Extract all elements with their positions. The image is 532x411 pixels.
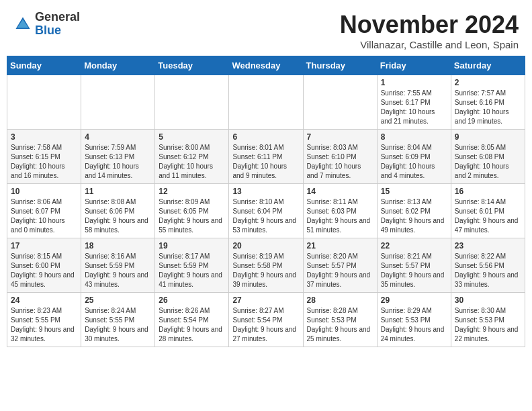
day-info: Sunrise: 8:13 AM Sunset: 6:02 PM Dayligh… — [381, 197, 447, 235]
calendar-cell: 13Sunrise: 8:10 AM Sunset: 6:04 PM Dayli… — [229, 184, 303, 238]
logo-blue: Blue — [35, 24, 61, 37]
calendar-cell: 30Sunrise: 8:30 AM Sunset: 5:53 PM Dayli… — [451, 293, 525, 347]
day-number: 4 — [85, 132, 151, 142]
day-number: 24 — [11, 295, 77, 305]
calendar-cell: 15Sunrise: 8:13 AM Sunset: 6:02 PM Dayli… — [377, 184, 451, 238]
day-number: 16 — [455, 187, 521, 196]
day-info: Sunrise: 8:24 AM Sunset: 5:55 PM Dayligh… — [85, 306, 151, 344]
calendar-cell: 19Sunrise: 8:17 AM Sunset: 5:59 PM Dayli… — [155, 238, 229, 293]
calendar-table: Sunday Monday Tuesday Wednesday Thursday… — [7, 56, 525, 347]
header-row: Sunday Monday Tuesday Wednesday Thursday… — [7, 56, 525, 75]
month-title: November 2024 — [340, 11, 519, 39]
day-info: Sunrise: 8:04 AM Sunset: 6:09 PM Dayligh… — [381, 143, 447, 181]
day-info: Sunrise: 8:10 AM Sunset: 6:04 PM Dayligh… — [232, 197, 299, 235]
day-number: 17 — [11, 241, 77, 250]
calendar-cell — [81, 75, 155, 130]
calendar-cell: 12Sunrise: 8:09 AM Sunset: 6:05 PM Dayli… — [155, 184, 229, 238]
calendar-week-3: 10Sunrise: 8:06 AM Sunset: 6:07 PM Dayli… — [7, 184, 525, 238]
day-info: Sunrise: 8:22 AM Sunset: 5:56 PM Dayligh… — [455, 252, 521, 289]
calendar-cell: 28Sunrise: 8:28 AM Sunset: 5:53 PM Dayli… — [303, 293, 377, 347]
calendar-cell: 18Sunrise: 8:16 AM Sunset: 5:59 PM Dayli… — [81, 238, 155, 293]
calendar-cell: 4Sunrise: 7:59 AM Sunset: 6:13 PM Daylig… — [81, 130, 155, 184]
day-number: 1 — [381, 78, 447, 87]
day-info: Sunrise: 8:14 AM Sunset: 6:01 PM Dayligh… — [455, 197, 521, 235]
col-thursday: Thursday — [303, 56, 377, 75]
day-number: 26 — [159, 295, 225, 305]
day-number: 21 — [307, 241, 373, 250]
day-info: Sunrise: 8:01 AM Sunset: 6:11 PM Dayligh… — [232, 143, 299, 181]
calendar-cell — [229, 75, 303, 130]
calendar-week-4: 17Sunrise: 8:15 AM Sunset: 6:00 PM Dayli… — [7, 238, 525, 293]
calendar-cell: 7Sunrise: 8:03 AM Sunset: 6:10 PM Daylig… — [303, 130, 377, 184]
day-info: Sunrise: 8:06 AM Sunset: 6:07 PM Dayligh… — [11, 197, 77, 235]
day-info: Sunrise: 8:05 AM Sunset: 6:08 PM Dayligh… — [455, 143, 521, 181]
day-number: 19 — [159, 241, 225, 250]
day-number: 13 — [232, 187, 299, 196]
day-info: Sunrise: 8:28 AM Sunset: 5:53 PM Dayligh… — [307, 306, 373, 344]
calendar-cell: 20Sunrise: 8:19 AM Sunset: 5:58 PM Dayli… — [229, 238, 303, 293]
day-number: 14 — [307, 187, 373, 196]
day-number: 6 — [232, 132, 299, 142]
col-tuesday: Tuesday — [155, 56, 229, 75]
day-info: Sunrise: 8:21 AM Sunset: 5:57 PM Dayligh… — [381, 252, 447, 289]
calendar-week-5: 24Sunrise: 8:23 AM Sunset: 5:55 PM Dayli… — [7, 293, 525, 347]
calendar-cell — [155, 75, 229, 130]
day-info: Sunrise: 8:00 AM Sunset: 6:12 PM Dayligh… — [159, 143, 225, 181]
calendar-cell: 8Sunrise: 8:04 AM Sunset: 6:09 PM Daylig… — [377, 130, 451, 184]
calendar-cell: 1Sunrise: 7:55 AM Sunset: 6:17 PM Daylig… — [377, 75, 451, 130]
logo-icon — [13, 15, 32, 34]
col-friday: Friday — [377, 56, 451, 75]
day-number: 18 — [85, 241, 151, 250]
logo-general: General — [35, 10, 80, 24]
calendar-cell: 5Sunrise: 8:00 AM Sunset: 6:12 PM Daylig… — [155, 130, 229, 184]
calendar-cell: 26Sunrise: 8:26 AM Sunset: 5:54 PM Dayli… — [155, 293, 229, 347]
calendar-cell: 27Sunrise: 8:27 AM Sunset: 5:54 PM Dayli… — [229, 293, 303, 347]
calendar-week-1: 1Sunrise: 7:55 AM Sunset: 6:17 PM Daylig… — [7, 75, 525, 130]
day-info: Sunrise: 8:17 AM Sunset: 5:59 PM Dayligh… — [159, 252, 225, 289]
calendar-cell: 10Sunrise: 8:06 AM Sunset: 6:07 PM Dayli… — [7, 184, 81, 238]
col-monday: Monday — [81, 56, 155, 75]
calendar-cell: 25Sunrise: 8:24 AM Sunset: 5:55 PM Dayli… — [81, 293, 155, 347]
day-number: 28 — [307, 295, 373, 305]
day-info: Sunrise: 8:30 AM Sunset: 5:53 PM Dayligh… — [455, 306, 521, 344]
day-info: Sunrise: 8:11 AM Sunset: 6:03 PM Dayligh… — [307, 197, 373, 235]
day-number: 15 — [381, 187, 447, 196]
day-info: Sunrise: 8:29 AM Sunset: 5:53 PM Dayligh… — [381, 306, 447, 344]
day-info: Sunrise: 7:55 AM Sunset: 6:17 PM Dayligh… — [381, 89, 447, 126]
calendar-cell: 16Sunrise: 8:14 AM Sunset: 6:01 PM Dayli… — [451, 184, 525, 238]
calendar-header: Sunday Monday Tuesday Wednesday Thursday… — [7, 56, 525, 75]
day-info: Sunrise: 8:23 AM Sunset: 5:55 PM Dayligh… — [11, 306, 77, 344]
day-number: 25 — [85, 295, 151, 305]
calendar-cell: 2Sunrise: 7:57 AM Sunset: 6:16 PM Daylig… — [451, 75, 525, 130]
calendar-cell: 23Sunrise: 8:22 AM Sunset: 5:56 PM Dayli… — [451, 238, 525, 293]
day-info: Sunrise: 8:16 AM Sunset: 5:59 PM Dayligh… — [85, 252, 151, 289]
calendar-cell — [303, 75, 377, 130]
day-info: Sunrise: 8:09 AM Sunset: 6:05 PM Dayligh… — [159, 197, 225, 235]
day-info: Sunrise: 8:27 AM Sunset: 5:54 PM Dayligh… — [232, 306, 299, 344]
logo-text: General Blue — [35, 11, 80, 38]
day-number: 29 — [381, 295, 447, 305]
day-info: Sunrise: 7:59 AM Sunset: 6:13 PM Dayligh… — [85, 143, 151, 181]
location: Villanazar, Castille and Leon, Spain — [340, 39, 519, 50]
calendar-cell: 21Sunrise: 8:20 AM Sunset: 5:57 PM Dayli… — [303, 238, 377, 293]
day-info: Sunrise: 8:08 AM Sunset: 6:06 PM Dayligh… — [85, 197, 151, 235]
day-number: 23 — [455, 241, 521, 250]
day-number: 5 — [159, 132, 225, 142]
day-info: Sunrise: 7:58 AM Sunset: 6:15 PM Dayligh… — [11, 143, 77, 181]
col-saturday: Saturday — [451, 56, 525, 75]
day-info: Sunrise: 7:57 AM Sunset: 6:16 PM Dayligh… — [455, 89, 521, 126]
day-number: 7 — [307, 132, 373, 142]
col-wednesday: Wednesday — [229, 56, 303, 75]
calendar-cell: 14Sunrise: 8:11 AM Sunset: 6:03 PM Dayli… — [303, 184, 377, 238]
calendar-cell: 3Sunrise: 7:58 AM Sunset: 6:15 PM Daylig… — [7, 130, 81, 184]
day-info: Sunrise: 8:19 AM Sunset: 5:58 PM Dayligh… — [232, 252, 299, 289]
page-header: General Blue November 2024 Villanazar, C… — [0, 0, 532, 56]
calendar-cell: 22Sunrise: 8:21 AM Sunset: 5:57 PM Dayli… — [377, 238, 451, 293]
calendar-cell: 17Sunrise: 8:15 AM Sunset: 6:00 PM Dayli… — [7, 238, 81, 293]
day-number: 30 — [455, 295, 521, 305]
logo: General Blue — [13, 11, 80, 38]
day-info: Sunrise: 8:15 AM Sunset: 6:00 PM Dayligh… — [11, 252, 77, 289]
calendar-cell: 9Sunrise: 8:05 AM Sunset: 6:08 PM Daylig… — [451, 130, 525, 184]
title-block: November 2024 Villanazar, Castille and L… — [340, 11, 519, 50]
calendar-cell: 29Sunrise: 8:29 AM Sunset: 5:53 PM Dayli… — [377, 293, 451, 347]
